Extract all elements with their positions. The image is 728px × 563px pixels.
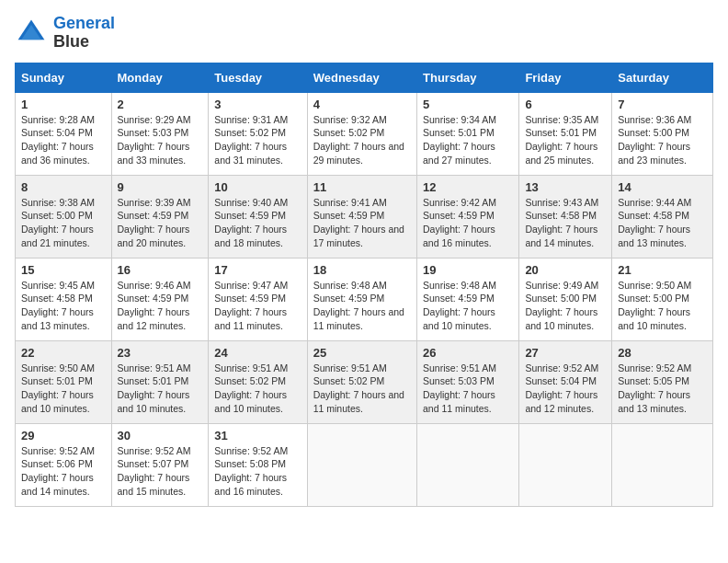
logo: General Blue [15, 15, 115, 52]
day-number: 9 [118, 180, 203, 194]
calendar-cell: 8 Sunrise: 9:38 AM Sunset: 5:00 PM Dayli… [16, 175, 112, 258]
day-number: 29 [21, 429, 106, 442]
day-number: 26 [423, 346, 513, 360]
day-info: Sunrise: 9:52 AM Sunset: 5:07 PM Dayligh… [118, 444, 203, 499]
day-number: 11 [313, 180, 411, 194]
day-info: Sunrise: 9:40 AM Sunset: 4:59 PM Dayligh… [214, 196, 301, 250]
day-number: 13 [525, 180, 606, 194]
calendar-cell [307, 423, 416, 506]
calendar-week-row: 22 Sunrise: 9:50 AM Sunset: 5:01 PM Dayl… [16, 340, 713, 423]
calendar-cell: 21 Sunrise: 9:50 AM Sunset: 5:00 PM Dayl… [612, 258, 713, 340]
day-info: Sunrise: 9:45 AM Sunset: 4:58 PM Dayligh… [21, 279, 106, 333]
day-info: Sunrise: 9:35 AM Sunset: 5:01 PM Dayligh… [525, 113, 606, 167]
day-info: Sunrise: 9:44 AM Sunset: 4:58 PM Dayligh… [618, 196, 707, 250]
calendar-cell: 10 Sunrise: 9:40 AM Sunset: 4:59 PM Dayl… [209, 175, 307, 258]
day-info: Sunrise: 9:39 AM Sunset: 4:59 PM Dayligh… [118, 196, 203, 250]
column-header-monday: Monday [111, 63, 209, 92]
day-info: Sunrise: 9:51 AM Sunset: 5:02 PM Dayligh… [313, 362, 411, 416]
calendar-cell: 22 Sunrise: 9:50 AM Sunset: 5:01 PM Dayl… [16, 340, 112, 423]
calendar-cell: 30 Sunrise: 9:52 AM Sunset: 5:07 PM Dayl… [111, 423, 209, 506]
calendar-cell: 16 Sunrise: 9:46 AM Sunset: 4:59 PM Dayl… [111, 258, 209, 340]
day-info: Sunrise: 9:38 AM Sunset: 5:00 PM Dayligh… [21, 196, 106, 250]
column-header-wednesday: Wednesday [307, 63, 416, 92]
day-info: Sunrise: 9:42 AM Sunset: 4:59 PM Dayligh… [423, 196, 513, 250]
day-number: 22 [21, 346, 106, 360]
day-info: Sunrise: 9:32 AM Sunset: 5:02 PM Dayligh… [313, 113, 411, 167]
day-number: 19 [423, 263, 513, 277]
calendar-cell: 24 Sunrise: 9:51 AM Sunset: 5:02 PM Dayl… [209, 340, 307, 423]
calendar-table: SundayMondayTuesdayWednesdayThursdayFrid… [15, 63, 713, 507]
day-number: 5 [423, 98, 513, 111]
calendar-cell [417, 423, 519, 506]
day-info: Sunrise: 9:52 AM Sunset: 5:08 PM Dayligh… [214, 444, 301, 499]
calendar-cell: 7 Sunrise: 9:36 AM Sunset: 5:00 PM Dayli… [612, 92, 713, 175]
day-info: Sunrise: 9:28 AM Sunset: 5:04 PM Dayligh… [21, 113, 106, 167]
calendar-week-row: 29 Sunrise: 9:52 AM Sunset: 5:06 PM Dayl… [16, 423, 713, 506]
day-number: 21 [618, 263, 707, 277]
day-number: 27 [525, 346, 606, 360]
day-number: 15 [21, 263, 106, 277]
calendar-cell: 18 Sunrise: 9:48 AM Sunset: 4:59 PM Dayl… [307, 258, 416, 340]
page-header: General Blue [15, 15, 713, 52]
day-info: Sunrise: 9:41 AM Sunset: 4:59 PM Dayligh… [313, 196, 411, 250]
calendar-cell: 28 Sunrise: 9:52 AM Sunset: 5:05 PM Dayl… [612, 340, 713, 423]
calendar-week-row: 15 Sunrise: 9:45 AM Sunset: 4:58 PM Dayl… [16, 258, 713, 340]
calendar-cell [612, 423, 713, 506]
calendar-week-row: 1 Sunrise: 9:28 AM Sunset: 5:04 PM Dayli… [16, 92, 713, 175]
column-header-friday: Friday [519, 63, 612, 92]
day-info: Sunrise: 9:46 AM Sunset: 4:59 PM Dayligh… [118, 279, 203, 333]
day-number: 1 [21, 98, 106, 111]
day-info: Sunrise: 9:51 AM Sunset: 5:03 PM Dayligh… [423, 362, 513, 416]
day-number: 6 [525, 98, 606, 111]
day-number: 12 [423, 180, 513, 194]
day-number: 7 [618, 98, 707, 111]
day-info: Sunrise: 9:52 AM Sunset: 5:06 PM Dayligh… [21, 444, 106, 499]
day-number: 20 [525, 263, 606, 277]
calendar-cell: 15 Sunrise: 9:45 AM Sunset: 4:58 PM Dayl… [16, 258, 112, 340]
column-header-saturday: Saturday [612, 63, 713, 92]
day-number: 10 [214, 180, 301, 194]
day-info: Sunrise: 9:31 AM Sunset: 5:02 PM Dayligh… [214, 113, 301, 167]
day-number: 16 [118, 263, 203, 277]
day-number: 24 [214, 346, 301, 360]
day-number: 8 [21, 180, 106, 194]
calendar-cell: 11 Sunrise: 9:41 AM Sunset: 4:59 PM Dayl… [307, 175, 416, 258]
day-number: 31 [214, 429, 301, 442]
day-info: Sunrise: 9:49 AM Sunset: 5:00 PM Dayligh… [525, 279, 606, 333]
day-number: 30 [118, 429, 203, 442]
calendar-cell: 1 Sunrise: 9:28 AM Sunset: 5:04 PM Dayli… [16, 92, 112, 175]
day-number: 3 [214, 98, 301, 111]
day-info: Sunrise: 9:43 AM Sunset: 4:58 PM Dayligh… [525, 196, 606, 250]
calendar-cell: 6 Sunrise: 9:35 AM Sunset: 5:01 PM Dayli… [519, 92, 612, 175]
day-number: 23 [118, 346, 203, 360]
calendar-cell: 17 Sunrise: 9:47 AM Sunset: 4:59 PM Dayl… [209, 258, 307, 340]
day-number: 25 [313, 346, 411, 360]
calendar-cell: 9 Sunrise: 9:39 AM Sunset: 4:59 PM Dayli… [111, 175, 209, 258]
calendar-cell: 2 Sunrise: 9:29 AM Sunset: 5:03 PM Dayli… [111, 92, 209, 175]
calendar-cell: 26 Sunrise: 9:51 AM Sunset: 5:03 PM Dayl… [417, 340, 519, 423]
day-number: 17 [214, 263, 301, 277]
column-header-tuesday: Tuesday [209, 63, 307, 92]
day-info: Sunrise: 9:50 AM Sunset: 5:00 PM Dayligh… [618, 279, 707, 333]
calendar-cell: 29 Sunrise: 9:52 AM Sunset: 5:06 PM Dayl… [16, 423, 112, 506]
calendar-cell: 12 Sunrise: 9:42 AM Sunset: 4:59 PM Dayl… [417, 175, 519, 258]
calendar-cell: 23 Sunrise: 9:51 AM Sunset: 5:01 PM Dayl… [111, 340, 209, 423]
calendar-cell [519, 423, 612, 506]
calendar-cell: 14 Sunrise: 9:44 AM Sunset: 4:58 PM Dayl… [612, 175, 713, 258]
day-number: 28 [618, 346, 707, 360]
day-info: Sunrise: 9:51 AM Sunset: 5:01 PM Dayligh… [118, 362, 203, 416]
calendar-header-row: SundayMondayTuesdayWednesdayThursdayFrid… [16, 63, 713, 92]
day-info: Sunrise: 9:48 AM Sunset: 4:59 PM Dayligh… [423, 279, 513, 333]
day-info: Sunrise: 9:51 AM Sunset: 5:02 PM Dayligh… [214, 362, 301, 416]
day-info: Sunrise: 9:47 AM Sunset: 4:59 PM Dayligh… [214, 279, 301, 333]
calendar-cell: 31 Sunrise: 9:52 AM Sunset: 5:08 PM Dayl… [209, 423, 307, 506]
calendar-cell: 13 Sunrise: 9:43 AM Sunset: 4:58 PM Dayl… [519, 175, 612, 258]
day-number: 18 [313, 263, 411, 277]
day-info: Sunrise: 9:48 AM Sunset: 4:59 PM Dayligh… [313, 279, 411, 333]
calendar-cell: 4 Sunrise: 9:32 AM Sunset: 5:02 PM Dayli… [307, 92, 416, 175]
day-info: Sunrise: 9:29 AM Sunset: 5:03 PM Dayligh… [118, 113, 203, 167]
logo-icon [15, 17, 48, 50]
calendar-cell: 5 Sunrise: 9:34 AM Sunset: 5:01 PM Dayli… [417, 92, 519, 175]
calendar-week-row: 8 Sunrise: 9:38 AM Sunset: 5:00 PM Dayli… [16, 175, 713, 258]
calendar-cell: 3 Sunrise: 9:31 AM Sunset: 5:02 PM Dayli… [209, 92, 307, 175]
